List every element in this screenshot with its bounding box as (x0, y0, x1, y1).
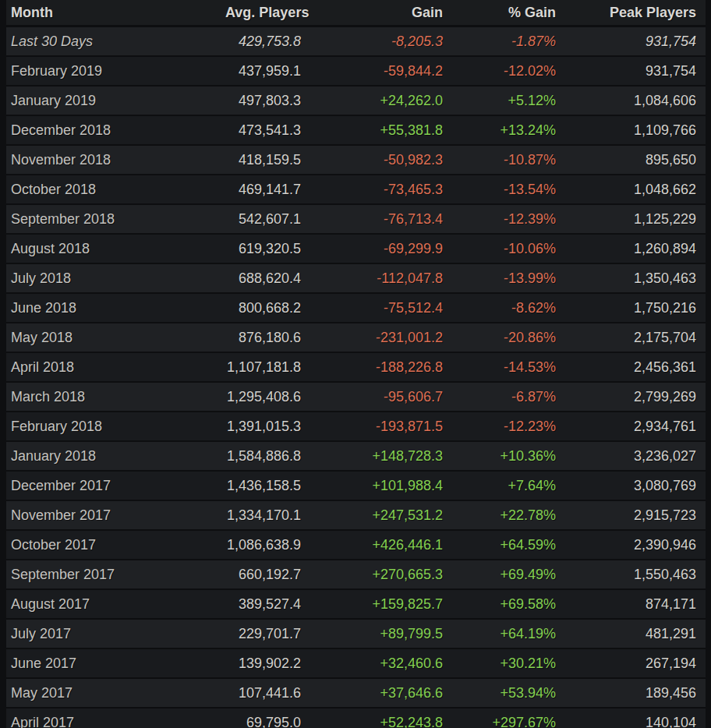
month-cell: July 2017 (6, 619, 225, 648)
peak-players-cell: 2,390,946 (565, 530, 706, 560)
peak-players-cell: 267,194 (565, 648, 706, 678)
gain-cell: -73,465.3 (310, 175, 452, 204)
percent-gain-cell: +297.67% (452, 708, 565, 728)
avg-players-cell: 1,107,181.8 (225, 352, 310, 382)
percent-gain-cell: +69.58% (452, 589, 565, 619)
avg-players-cell: 139,902.2 (225, 648, 310, 678)
percent-gain-cell: -10.87% (452, 145, 565, 175)
table-row: May 2018876,180.6-231,001.2-20.86%2,175,… (6, 323, 706, 352)
table-body: Last 30 Days429,753.8-8,205.3-1.87%931,7… (6, 27, 706, 728)
month-cell: February 2018 (6, 412, 225, 441)
column-header-peak-players: Peak Players (565, 0, 706, 27)
peak-players-cell: 2,799,269 (565, 382, 706, 412)
percent-gain-cell: +5.12% (452, 86, 565, 115)
peak-players-cell: 1,125,229 (565, 204, 706, 234)
percent-gain-cell: +7.64% (452, 471, 565, 500)
percent-gain-cell: -8.62% (452, 293, 565, 323)
table-row: July 2017229,701.7+89,799.5+64.19%481,29… (6, 619, 706, 648)
gain-cell: +37,646.6 (310, 678, 452, 708)
gain-cell: -8,205.3 (310, 27, 452, 57)
month-cell: January 2018 (6, 441, 225, 471)
avg-players-cell: 1,584,886.8 (225, 441, 310, 471)
table-row: June 2017139,902.2+32,460.6+30.21%267,19… (6, 648, 706, 678)
percent-gain-cell: -20.86% (452, 323, 565, 352)
month-cell: June 2017 (6, 648, 225, 678)
gain-cell: +32,460.6 (310, 648, 452, 678)
player-stats-section: Month Avg. Players Gain % Gain Peak Play… (0, 0, 711, 728)
percent-gain-cell: -10.06% (452, 234, 565, 263)
gain-cell: -193,871.5 (310, 412, 452, 441)
table-row: November 20171,334,170.1+247,531.2+22.78… (6, 500, 706, 530)
percent-gain-cell: +10.36% (452, 441, 565, 471)
gain-cell: +270,665.3 (310, 560, 452, 589)
percent-gain-cell: +64.59% (452, 530, 565, 560)
gain-cell: +247,531.2 (310, 500, 452, 530)
peak-players-cell: 931,754 (565, 27, 706, 57)
month-cell: April 2018 (6, 352, 225, 382)
table-row: September 2017660,192.7+270,665.3+69.49%… (6, 560, 706, 589)
peak-players-cell: 481,291 (565, 619, 706, 648)
percent-gain-cell: -6.87% (452, 382, 565, 412)
percent-gain-cell: -1.87% (452, 27, 565, 57)
peak-players-cell: 140,104 (565, 708, 706, 728)
month-cell: May 2017 (6, 678, 225, 708)
avg-players-cell: 1,436,158.5 (225, 471, 310, 500)
gain-cell: -231,001.2 (310, 323, 452, 352)
peak-players-cell: 1,550,463 (565, 560, 706, 589)
avg-players-cell: 876,180.6 (225, 323, 310, 352)
avg-players-cell: 469,141.7 (225, 175, 310, 204)
month-cell: September 2018 (6, 204, 225, 234)
avg-players-cell: 1,391,015.3 (225, 412, 310, 441)
percent-gain-cell: -12.23% (452, 412, 565, 441)
player-stats-table: Month Avg. Players Gain % Gain Peak Play… (6, 0, 706, 728)
avg-players-cell: 619,320.5 (225, 234, 310, 263)
month-cell: March 2018 (6, 382, 225, 412)
column-header-percent-gain: % Gain (452, 0, 565, 27)
month-cell: Last 30 Days (6, 27, 225, 57)
percent-gain-cell: +13.24% (452, 115, 565, 145)
table-row: April 201769,795.0+52,243.8+297.67%140,1… (6, 708, 706, 728)
percent-gain-cell: +64.19% (452, 619, 565, 648)
percent-gain-cell: -13.99% (452, 263, 565, 293)
gain-cell: -188,226.8 (310, 352, 452, 382)
peak-players-cell: 1,048,662 (565, 175, 706, 204)
avg-players-cell: 473,541.3 (225, 115, 310, 145)
gain-cell: -69,299.9 (310, 234, 452, 263)
percent-gain-cell: +53.94% (452, 678, 565, 708)
avg-players-cell: 1,295,408.6 (225, 382, 310, 412)
peak-players-cell: 1,084,606 (565, 86, 706, 115)
month-cell: December 2018 (6, 115, 225, 145)
table-row: April 20181,107,181.8-188,226.8-14.53%2,… (6, 352, 706, 382)
month-cell: June 2018 (6, 293, 225, 323)
table-row: June 2018800,668.2-75,512.4-8.62%1,750,2… (6, 293, 706, 323)
month-cell: July 2018 (6, 263, 225, 293)
month-cell: February 2019 (6, 56, 225, 86)
gain-cell: +24,262.0 (310, 86, 452, 115)
percent-gain-cell: +69.49% (452, 560, 565, 589)
gain-cell: +55,381.8 (310, 115, 452, 145)
table-row: November 2018418,159.5-50,982.3-10.87%89… (6, 145, 706, 175)
peak-players-cell: 874,171 (565, 589, 706, 619)
peak-players-cell: 2,175,704 (565, 323, 706, 352)
table-row: February 20181,391,015.3-193,871.5-12.23… (6, 412, 706, 441)
gain-cell: +148,728.3 (310, 441, 452, 471)
peak-players-cell: 895,650 (565, 145, 706, 175)
percent-gain-cell: +30.21% (452, 648, 565, 678)
gain-cell: -112,047.8 (310, 263, 452, 293)
gain-cell: +159,825.7 (310, 589, 452, 619)
column-header-gain: Gain (310, 0, 452, 27)
avg-players-cell: 429,753.8 (225, 27, 310, 57)
month-cell: October 2017 (6, 530, 225, 560)
avg-players-cell: 542,607.1 (225, 204, 310, 234)
avg-players-cell: 497,803.3 (225, 86, 310, 115)
month-cell: December 2017 (6, 471, 225, 500)
peak-players-cell: 2,915,723 (565, 500, 706, 530)
peak-players-cell: 1,260,894 (565, 234, 706, 263)
peak-players-cell: 1,350,463 (565, 263, 706, 293)
gain-cell: +101,988.4 (310, 471, 452, 500)
table-row: January 20181,584,886.8+148,728.3+10.36%… (6, 441, 706, 471)
avg-players-cell: 418,159.5 (225, 145, 310, 175)
avg-players-cell: 437,959.1 (225, 56, 310, 86)
month-cell: April 2017 (6, 708, 225, 728)
percent-gain-cell: -13.54% (452, 175, 565, 204)
